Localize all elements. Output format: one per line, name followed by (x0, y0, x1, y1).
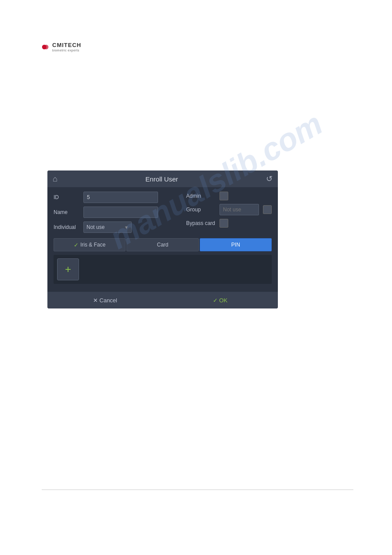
id-label: ID (54, 194, 83, 200)
individual-row: Individual Not use ▼ (54, 221, 168, 233)
ok-check-icon: ✓ (213, 297, 218, 304)
tabs-row: ✓ Iris & Face Card PIN (54, 238, 272, 251)
name-row: Name (54, 207, 168, 218)
tab-iris-face[interactable]: ✓ Iris & Face (54, 238, 126, 251)
bypass-card-row: Bypass card (186, 219, 272, 228)
cmitech-logo-icon (42, 44, 51, 51)
group-checkbox[interactable] (263, 205, 272, 214)
back-icon[interactable]: ↺ (266, 174, 273, 184)
group-input[interactable] (219, 204, 259, 215)
cancel-button[interactable]: ✕ Cancel (47, 292, 163, 308)
name-input[interactable] (83, 207, 158, 218)
home-icon[interactable]: ⌂ (53, 174, 58, 184)
add-pin-button[interactable]: + (57, 258, 79, 280)
plus-icon: + (65, 264, 71, 275)
bypass-card-checkbox[interactable] (219, 219, 228, 228)
admin-row: Admin (186, 192, 272, 200)
group-label: Group (186, 207, 217, 213)
dialog-body: ID Name Individual Not use ▼ Admin (47, 187, 278, 288)
enroll-user-dialog: ⌂ Enroll User ↺ ID Name Individual Not u… (47, 170, 278, 308)
bottom-divider (42, 490, 353, 490)
admin-label: Admin (186, 193, 217, 199)
dialog-footer: ✕ Cancel ✓ OK (47, 292, 278, 308)
tab-iris-face-label: Iris & Face (80, 242, 105, 248)
ok-label: OK (219, 297, 227, 304)
pin-content-area: + (54, 255, 272, 284)
name-label: Name (54, 209, 83, 215)
logo: CMITECH biometric experts (42, 42, 81, 52)
svg-point-1 (44, 44, 48, 49)
tab-card-label: Card (157, 242, 168, 248)
ok-button[interactable]: ✓ OK (163, 292, 278, 308)
individual-label: Individual (54, 224, 83, 230)
admin-checkbox[interactable] (219, 192, 228, 200)
chevron-down-icon: ▼ (124, 225, 129, 230)
individual-value: Not use (86, 224, 122, 230)
tab-pin-label: PIN (231, 242, 240, 248)
logo-tagline-text: biometric experts (52, 49, 81, 52)
individual-dropdown[interactable]: Not use ▼ (83, 221, 132, 233)
id-input[interactable] (83, 192, 158, 203)
x-icon: ✕ (93, 297, 98, 304)
check-icon: ✓ (74, 242, 79, 248)
dialog-title: Enroll User (145, 175, 178, 183)
tab-card[interactable]: Card (126, 238, 198, 251)
bypass-card-label: Bypass card (186, 220, 217, 226)
group-row: Group (186, 204, 272, 215)
tab-pin[interactable]: PIN (200, 238, 272, 251)
cancel-label: Cancel (100, 297, 117, 304)
logo-brand-text: CMITECH (52, 42, 81, 48)
dialog-titlebar: ⌂ Enroll User ↺ (47, 170, 278, 187)
id-row: ID (54, 192, 168, 203)
